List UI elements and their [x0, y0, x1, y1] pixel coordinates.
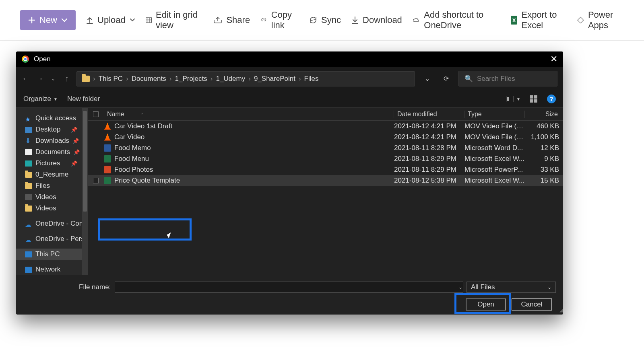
download-button[interactable]: Download [351, 15, 402, 25]
file-row[interactable]: Food Photos 2021-08-11 8:29 PMMicrosoft … [88, 164, 563, 175]
file-open-dialog: Open ✕ ← → ⌄ ↑ › This PC› Documents› 1_P… [16, 51, 563, 315]
search-box[interactable]: 🔍 [458, 71, 557, 86]
up-button[interactable]: ↑ [63, 74, 71, 83]
column-name[interactable]: Name⌃ [104, 111, 394, 118]
tree-files[interactable]: Files [16, 180, 88, 191]
tree-resume[interactable]: 0_Resume [16, 169, 88, 180]
tree-videos-2[interactable]: Videos [16, 203, 88, 214]
view-list-button[interactable]: ▼ [506, 96, 520, 102]
excel-icon: X [511, 16, 518, 25]
tree-onedrive-personal[interactable]: ☁OneDrive - Persor [16, 233, 88, 245]
tree-pictures[interactable]: Pictures📌 [16, 158, 88, 169]
close-button[interactable]: ✕ [550, 54, 557, 64]
edit-grid-button[interactable]: Edit in grid view [146, 10, 203, 31]
refresh-button[interactable]: ⟳ [440, 75, 453, 82]
column-date[interactable]: Date modified [394, 111, 464, 118]
new-button[interactable]: New [20, 10, 76, 30]
dialog-navbar: ← → ⌄ ↑ › This PC› Documents› 1_Projects… [16, 67, 563, 90]
plus-icon [28, 16, 35, 24]
search-input[interactable] [477, 75, 562, 83]
new-label: New [39, 15, 57, 25]
upload-icon [86, 16, 93, 24]
share-icon [213, 16, 222, 24]
powerpoint-icon [104, 166, 111, 173]
sharepoint-toolbar: New Upload Edit in grid view Share Copy … [0, 0, 644, 41]
tree-documents[interactable]: Documents📌 [16, 146, 88, 158]
cancel-button[interactable]: Cancel [512, 298, 552, 311]
tree-this-pc[interactable]: This PC [16, 249, 88, 260]
tree-downloads[interactable]: ⬇Downloads📌 [16, 135, 88, 146]
view-thumbnail-button[interactable] [530, 95, 537, 103]
organize-button[interactable]: Organize ▼ [23, 95, 58, 103]
breadcrumb-history-button[interactable]: ⌄ [421, 75, 434, 82]
excel-icon [104, 155, 111, 162]
word-icon [104, 144, 111, 152]
file-type-filter[interactable]: All Files⌄ [466, 282, 556, 293]
open-button[interactable]: Open [466, 298, 506, 311]
file-row[interactable]: Food Menu 2021-08-11 8:29 PMMicrosoft Ex… [88, 153, 563, 164]
dialog-titlebar: Open ✕ [16, 51, 563, 67]
vlc-icon [104, 134, 111, 141]
tree-scrollbar[interactable] [82, 108, 88, 275]
new-folder-button[interactable]: New folder [67, 95, 100, 103]
svg-rect-0 [146, 18, 151, 23]
link-icon [260, 16, 267, 24]
chrome-icon [22, 56, 29, 63]
help-button[interactable]: ? [547, 95, 556, 103]
export-excel-button[interactable]: X Export to Excel [511, 10, 567, 31]
tree-onedrive-comp[interactable]: ☁OneDrive - Comp [16, 218, 88, 229]
back-button[interactable]: ← [22, 74, 30, 83]
tree-videos-1[interactable]: Videos [16, 191, 88, 203]
file-row-selected[interactable]: Price Quote Template 2021-08-12 5:38 PMM… [88, 175, 563, 186]
download-icon [351, 16, 359, 24]
file-row[interactable]: Food Memo 2021-08-11 8:28 PMMicrosoft Wo… [88, 142, 563, 153]
tree-quick-access[interactable]: ★Quick access [16, 113, 88, 124]
column-size[interactable]: Size [525, 111, 563, 118]
recent-locations-button[interactable]: ⌄ [49, 76, 57, 82]
column-type[interactable]: Type [464, 111, 525, 118]
power-apps-button[interactable]: Power Apps [577, 10, 624, 31]
dialog-title: Open [34, 55, 51, 63]
tree-desktop[interactable]: Desktop📌 [16, 124, 88, 135]
sync-icon [309, 16, 317, 24]
column-headers: Name⌃ Date modified Type Size [88, 108, 563, 121]
copy-link-button[interactable]: Copy link [260, 10, 299, 31]
nav-tree[interactable]: ★Quick access Desktop📌 ⬇Downloads📌 Docum… [16, 108, 88, 275]
file-list: Name⌃ Date modified Type Size Car Video … [88, 108, 563, 275]
breadcrumb[interactable]: › This PC› Documents› 1_Projects› 1_Udem… [76, 71, 415, 86]
file-row[interactable]: Car Video 1st Draft 2021-08-12 4:21 PMMO… [88, 121, 563, 132]
add-shortcut-button[interactable]: Add shortcut to OneDrive [413, 10, 500, 31]
excel-icon [104, 177, 111, 184]
dialog-toolbar: Organize ▼ New folder ▼ ? [16, 90, 563, 108]
power-apps-icon [577, 16, 584, 25]
dialog-footer: File name: ⌄ All Files⌄ Open Cancel ◢ [16, 275, 563, 315]
chevron-down-icon [130, 18, 135, 22]
onedrive-icon [413, 16, 420, 24]
chevron-down-icon [61, 18, 68, 23]
share-button[interactable]: Share [213, 15, 250, 25]
search-icon: 🔍 [464, 74, 473, 83]
tree-network[interactable]: Network [16, 264, 88, 275]
file-row[interactable]: Car Video 2021-08-12 4:21 PMMOV Video Fi… [88, 132, 563, 142]
folder-icon [82, 76, 90, 82]
select-all-checkbox[interactable] [88, 111, 104, 117]
vlc-icon [104, 123, 111, 130]
forward-button[interactable]: → [35, 74, 43, 83]
grid-icon [146, 16, 152, 24]
file-name-input[interactable] [115, 282, 463, 293]
sync-button[interactable]: Sync [309, 15, 341, 25]
upload-button[interactable]: Upload [86, 15, 135, 25]
file-name-label: File name: [79, 283, 111, 291]
resize-grip[interactable]: ◢ [559, 307, 561, 313]
